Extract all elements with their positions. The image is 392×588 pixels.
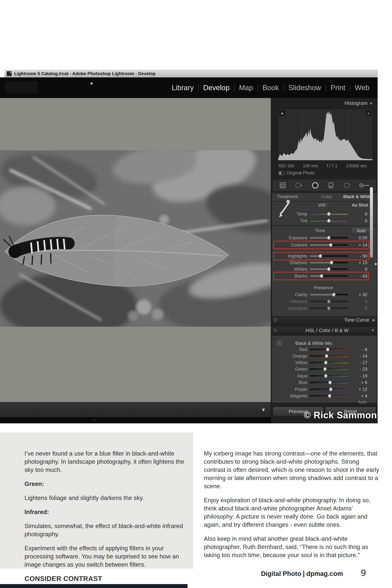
module-develop[interactable]: Develop — [198, 84, 234, 92]
tone-curve-title: Tone Curve — [276, 317, 372, 323]
temp-label: Temp — [276, 212, 308, 216]
whites-slider[interactable] — [310, 268, 348, 270]
module-web[interactable]: Web — [350, 84, 374, 92]
tone-header: Tone — [307, 227, 336, 234]
highlights-knob[interactable] — [319, 254, 322, 258]
temp-knob[interactable] — [327, 212, 330, 216]
collapse-top-panel-icon[interactable]: ▲ — [90, 80, 94, 86]
saturation-knob[interactable] — [327, 306, 330, 310]
treatment-color-option[interactable]: Color — [315, 194, 338, 199]
bw-purple-slider[interactable] — [310, 388, 348, 390]
crop-overlay-icon[interactable] — [278, 182, 287, 189]
bw-yellow-knob[interactable] — [324, 361, 328, 364]
red-eye-icon[interactable] — [311, 182, 320, 189]
hsl-panel-header[interactable]: HSL / Color / B & W ▼ — [272, 327, 377, 334]
article-left-column: I’ve never found a use for a blue filter… — [24, 450, 186, 588]
clarity-knob[interactable] — [332, 293, 336, 296]
bw-auto-button[interactable]: Auto — [358, 400, 367, 404]
original-photo-toggle[interactable]: Original Photo — [279, 170, 314, 176]
saturation-slider[interactable] — [310, 308, 348, 309]
filter-heading-green: Green: — [24, 480, 186, 488]
bw-blue-slider[interactable] — [310, 382, 348, 383]
vibrance-knob[interactable] — [327, 300, 330, 303]
bw-orange-knob[interactable] — [325, 354, 328, 358]
window-title: Lightroom 5 Catalog.lrcat - Adobe Photos… — [14, 71, 156, 76]
magazine-name: Digital Photo — [261, 570, 301, 577]
vibrance-row: Vibrance 0 — [276, 298, 367, 305]
article-right-column: My iceberg image has strong contrast—one… — [204, 450, 381, 565]
original-photo-label: Original Photo — [286, 170, 314, 176]
module-book[interactable]: Book — [258, 84, 284, 92]
bw-purple-knob[interactable] — [329, 388, 332, 391]
preview-toolbar: ▼ — [0, 402, 271, 417]
paragraph: My iceberg image has strong contrast—one… — [204, 450, 381, 490]
temp-slider[interactable] — [310, 213, 348, 215]
highlights-slider[interactable] — [310, 255, 348, 257]
toolbar-chevron-down-icon[interactable]: ▼ — [261, 407, 266, 412]
module-map[interactable]: Map — [234, 84, 258, 92]
vibrance-slider[interactable] — [310, 301, 348, 302]
panel-collapse-arrow-icon[interactable]: ► — [374, 261, 378, 266]
exposure-knob[interactable] — [327, 236, 330, 240]
chevron-down-icon: ▼ — [369, 101, 373, 106]
contrast-knob[interactable] — [329, 243, 332, 247]
saturation-label: Saturation — [276, 306, 308, 311]
clarity-slider[interactable] — [310, 294, 348, 296]
adjustment-brush-icon[interactable] — [358, 182, 370, 189]
shadow-clipping-indicator[interactable]: ▲ — [279, 110, 285, 116]
bw-red-knob[interactable] — [326, 348, 329, 351]
window-title-bar[interactable]: Lightroom 5 Catalog.lrcat - Adobe Photos… — [4, 70, 378, 78]
contrast-slider[interactable] — [310, 244, 348, 246]
contrast-label: Contrast — [276, 242, 308, 248]
bw-magenta-slider[interactable] — [310, 395, 348, 397]
bw-orange-row: Orange - 14 — [276, 353, 367, 359]
wb-preset-select[interactable]: As Shot — [330, 202, 368, 208]
magazine-page: Lightroom 5 Catalog.lrcat - Adobe Photos… — [0, 0, 392, 588]
bw-green-slider[interactable] — [310, 368, 348, 370]
blacks-value: - 43 — [350, 274, 367, 279]
bw-aqua-slider[interactable] — [310, 375, 348, 377]
filmstrip-collapse-icon[interactable]: ▲ — [92, 418, 96, 422]
exposure-slider[interactable] — [310, 237, 348, 239]
bw-magenta-knob[interactable] — [328, 394, 331, 398]
radial-filter-icon[interactable] — [342, 182, 351, 189]
tone-auto-button[interactable]: Auto — [351, 227, 371, 234]
tint-slider[interactable] — [310, 220, 348, 222]
histogram-panel-header[interactable]: Histogram▼ — [344, 100, 373, 106]
tool-strip — [272, 179, 376, 192]
bw-red-slider[interactable] — [310, 349, 348, 350]
bw-red-value: - 6 — [350, 347, 367, 352]
bw-orange-slider[interactable] — [310, 355, 348, 357]
graduated-filter-icon[interactable] — [327, 182, 335, 189]
module-slideshow[interactable]: Slideshow — [284, 84, 326, 92]
bw-green-knob[interactable] — [324, 367, 327, 371]
photo-leaf-caterpillar[interactable] — [0, 150, 271, 327]
magazine-site: dpmag.com — [306, 570, 343, 577]
tint-knob[interactable] — [327, 219, 330, 222]
clarity-row: Clarity + 32 — [276, 292, 367, 298]
panel-toggle-icon[interactable] — [274, 329, 276, 332]
page-number: 9 — [358, 568, 369, 578]
module-print[interactable]: Print — [326, 84, 350, 92]
bw-blue-knob[interactable] — [328, 380, 332, 384]
blacks-knob[interactable] — [320, 274, 323, 278]
histogram[interactable]: ▲ ▲ — [278, 108, 373, 161]
module-library[interactable]: Library — [167, 84, 198, 92]
vibrance-label: Vibrance — [276, 299, 308, 304]
bw-aqua-knob[interactable] — [324, 374, 328, 378]
blacks-slider[interactable] — [310, 275, 348, 277]
hsl-title: HSL / Color / B & W — [276, 328, 371, 333]
tone-curve-panel-header[interactable]: Tone Curve ◀ — [272, 316, 377, 324]
bw-green-label: Green — [276, 367, 308, 372]
panel-toggle-icon[interactable] — [274, 319, 276, 321]
panel-scrollbar[interactable] — [370, 187, 373, 258]
shadows-knob[interactable] — [330, 261, 333, 264]
whites-knob[interactable] — [327, 267, 330, 271]
bw-yellow-slider[interactable] — [310, 362, 348, 364]
bw-aqua-value: - 19 — [350, 374, 367, 378]
shadows-slider[interactable] — [310, 262, 348, 264]
spot-removal-icon[interactable] — [294, 182, 303, 189]
bw-aqua-row: Aqua - 19 — [276, 373, 367, 379]
treatment-bw-option[interactable]: Black & White — [340, 194, 372, 199]
highlight-clipping-indicator[interactable]: ▲ — [366, 110, 372, 116]
